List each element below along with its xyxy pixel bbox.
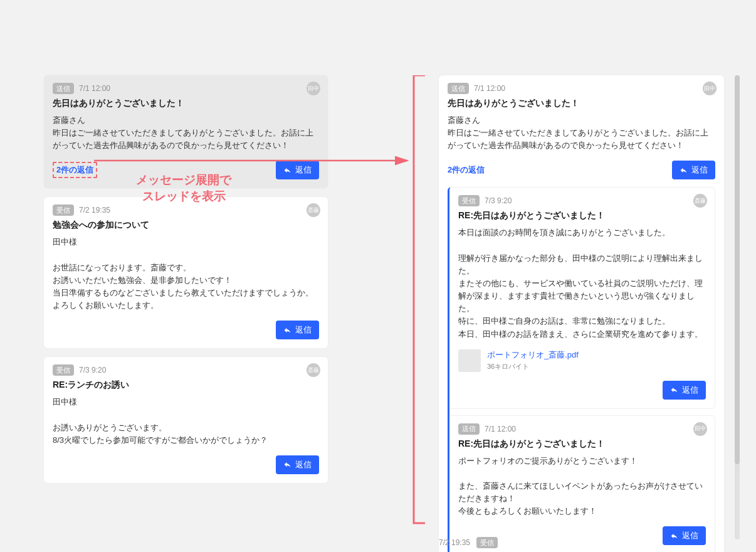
message-header: 受信 7/2 19:35 [53,204,319,216]
reply-label: 返信 [682,385,698,396]
message-title: RE:先日はありがとうございました！ [458,210,706,221]
message-body: 斎藤さん 昨日はご一緒させていただきましてありがとうございました。お話に上がって… [53,114,319,152]
reply-icon [283,166,291,174]
direction-badge: 受信 [53,364,74,376]
canvas: 送信 7/1 12:00 田中 先日はありがとうございました！ 斎藤さん 昨日は… [0,0,756,552]
message-title: RE:ランチのお誘い [53,380,319,391]
thread-replies: 受信 7/3 9:20 斎藤 RE:先日はありがとうございました！ 本日は面談の… [448,187,715,552]
timestamp: 7/3 9:20 [79,366,106,374]
left-message-list: 送信 7/1 12:00 田中 先日はありがとうございました！ 斎藤さん 昨日は… [44,75,328,492]
reply-button[interactable]: 返信 [672,161,715,179]
direction-badge: 受信 [476,537,498,548]
avatar: 田中 [307,82,320,95]
message-title: 先日はありがとうございました！ [53,98,319,109]
thread-link[interactable]: 2件の返信 [56,165,93,174]
thread-reply-card[interactable]: 受信 7/3 9:20 斎藤 RE:先日はありがとうございました！ 本日は面談の… [449,187,715,408]
thread-link[interactable]: 2件の返信 [448,164,485,176]
direction-badge: 受信 [458,195,480,206]
right-thread-view: 送信 7/1 12:00 田中 先日はありがとうございました！ 斎藤さん 昨日は… [439,75,724,552]
message-footer: 返信 [53,321,319,339]
reply-button[interactable]: 返信 [663,381,706,400]
reply-button[interactable]: 返信 [276,321,319,339]
thread-highlight: 2件の返信 [53,162,97,178]
message-title: 勉強会への参加について [53,220,319,231]
message-body: ポートフォリオのご提示ありがとうございます！ また、斎藤さんに来てほしいイベント… [458,455,706,518]
reply-label: 返信 [682,530,698,541]
reply-button[interactable]: 返信 [276,455,319,474]
timestamp: 7/2 19:35 [79,206,110,215]
message-footer: 2件の返信 返信 [448,161,715,179]
thread-reply-card[interactable]: 送信 7/1 12:00 田中 RE:先日はありがとうございました！ ポートフォ… [449,415,715,552]
attachment[interactable]: ポートフォリオ_斎藤.pdf 36キロバイト [458,349,706,372]
message-title: 先日はありがとうございました！ [448,98,715,109]
timestamp: 7/1 12:00 [79,84,110,93]
next-message-peek: 7/2 19:35 受信 [439,537,498,548]
avatar: 田中 [693,422,707,436]
message-body: 田中様 お誘いありがとうございます。 8/3火曜でしたら参加可能ですがご都合いか… [53,396,319,447]
reply-icon [680,166,688,174]
scrollbar-thumb[interactable] [735,75,740,464]
direction-badge: 受信 [53,204,74,216]
reply-label: 返信 [691,164,708,176]
message-body: 斎藤さん 昨日はご一緒させていただきましてありがとうございました。お話に上がって… [448,114,715,152]
message-body: 田中様 お世話になっております。斎藤です。 お誘いいただいた勉強会、是非参加した… [53,236,319,312]
message-header: 受信 7/3 9:20 [458,195,706,206]
message-title: RE:先日はありがとうございました！ [458,438,706,450]
message-header: 受信 7/3 9:20 [53,364,319,376]
message-card[interactable]: 受信 7/3 9:20 斎藤 RE:ランチのお誘い 田中様 お誘いありがとうござ… [44,357,328,483]
message-card-expanded[interactable]: 送信 7/1 12:00 田中 先日はありがとうございました！ 斎藤さん 昨日は… [439,75,724,552]
message-footer: 返信 [458,381,706,400]
reply-icon [670,386,678,394]
reply-button[interactable]: 返信 [276,161,319,179]
annotation-label: メッセージ展開で スレッドを表示 [136,172,231,204]
scrollbar-track[interactable] [735,75,740,539]
direction-badge: 送信 [448,83,469,94]
reply-label: 返信 [295,324,312,336]
attachment-name[interactable]: ポートフォリオ_斎藤.pdf [487,349,579,361]
reply-label: 返信 [295,164,312,176]
timestamp: 7/2 19:35 [439,538,470,547]
direction-badge: 送信 [53,83,74,94]
reply-icon [283,460,291,469]
timestamp: 7/3 9:20 [485,196,512,205]
message-footer: 返信 [53,455,319,474]
message-body: 本日は面談のお時間を頂き誠にありがとうございました。 理解が行き届かなった部分も… [458,226,706,340]
attachment-size: 36キロバイト [487,362,579,371]
reply-button[interactable]: 返信 [663,526,706,545]
message-header: 送信 7/1 12:00 [448,83,715,94]
timestamp: 7/1 12:00 [474,84,505,93]
message-card[interactable]: 受信 7/2 19:35 斎藤 勉強会への参加について 田中様 お世話になってお… [44,197,328,348]
attachment-thumb-icon [458,349,481,372]
message-header: 送信 7/1 12:00 [458,423,706,435]
reply-icon [670,532,678,540]
avatar: 田中 [703,82,717,95]
direction-badge: 送信 [458,423,480,435]
timestamp: 7/1 12:00 [485,425,516,433]
reply-icon [283,326,291,334]
message-header: 送信 7/1 12:00 [53,83,319,94]
reply-label: 返信 [295,459,312,470]
